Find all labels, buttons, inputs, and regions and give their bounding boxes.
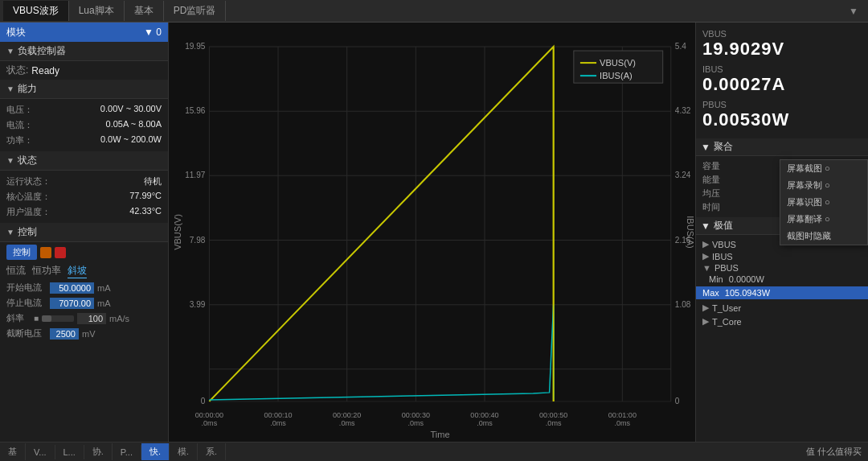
ctx-hide-when-capture[interactable]: 截图时隐藏 [780, 228, 867, 245]
tab-dropdown-arrow[interactable]: ▼ [842, 6, 865, 17]
bottom-tab-base[interactable]: 基 [0, 443, 26, 460]
svg-text:.0ms: .0ms [270, 419, 286, 427]
pbus-extrema-row[interactable]: ▼ PBUS [702, 262, 862, 274]
svg-rect-0 [169, 23, 695, 442]
stop-current-input[interactable] [50, 298, 94, 309]
mode-constant-power[interactable]: 恒功率 [32, 264, 61, 278]
bottom-tab-fast[interactable]: 快. [141, 443, 170, 460]
bottom-tab-p2[interactable]: P... [113, 445, 141, 459]
svg-text:.0ms: .0ms [546, 419, 562, 427]
vbus-extrema-label: VBUS [712, 240, 736, 249]
cutoff-voltage-label: 截断电压 [6, 327, 47, 340]
slope-rate-slider[interactable] [42, 315, 74, 322]
tab-pd-monitor[interactable]: PD监听器 [164, 1, 227, 21]
bottom-tab-v[interactable]: V... [26, 445, 55, 459]
cutoff-voltage-input[interactable] [50, 328, 79, 340]
svg-text:0: 0 [201, 397, 206, 405]
module-title: 模块 [6, 26, 26, 39]
core-temp-label: 核心温度： [6, 191, 51, 203]
user-temp-row: 用户温度： 42.33°C [6, 204, 162, 220]
avg-label: 均压 [702, 187, 720, 200]
svg-text:IBUS(A): IBUS(A) [686, 216, 695, 248]
ibus-extrema-row[interactable]: ▶ IBUS [702, 250, 862, 262]
bottom-tab-bar: 基 V... L... 协. P... 快. 模. 系. 值 什么值得买 [0, 442, 868, 461]
svg-text:3.99: 3.99 [190, 300, 206, 309]
current-row: 电流： 0.05A ~ 8.00A [6, 117, 162, 133]
pbus-label: PBUS [702, 100, 862, 109]
run-state-label: 运行状态： [6, 175, 51, 187]
capacity-label: 容量 [702, 160, 720, 172]
tab-vbus-wave[interactable]: VBUS波形 [3, 1, 69, 21]
extrema-label: 极值 [714, 219, 733, 233]
capability-label: 能力 [18, 82, 37, 96]
pbus-max-label: Max [702, 288, 719, 298]
top-tab-bar: VBUS波形 Lua脚本 基本 PD监听器 ▼ [0, 0, 868, 23]
red-button[interactable] [55, 247, 66, 258]
bottom-tab-p[interactable]: 协. [84, 443, 113, 460]
svg-text:VBUS(V): VBUS(V) [173, 214, 182, 250]
svg-text:1.08: 1.08 [675, 300, 691, 309]
svg-text:00:00:50: 00:00:50 [539, 411, 567, 419]
svg-text:00:00:10: 00:00:10 [264, 411, 292, 419]
vbus-extrema-arrow: ▶ [702, 239, 709, 249]
svg-text:.0ms: .0ms [477, 419, 493, 427]
mode-row: 恒流 恒功率 斜坡 [0, 262, 168, 280]
module-arrow[interactable]: ▼ 0 [144, 27, 162, 38]
chart-svg[interactable]: 19.95 15.96 11.97 7.98 3.99 0 5.4 4.32 3… [169, 23, 695, 442]
vbus-label: VBUS [702, 29, 862, 39]
pbus-max-value: 105.0943W [725, 288, 770, 298]
run-state-row: 运行状态： 待机 [6, 174, 162, 189]
slope-rate-row: 斜率 ■ mA/s [0, 311, 168, 326]
mode-slope[interactable]: 斜坡 [68, 264, 87, 278]
tab-basic[interactable]: 基本 [125, 1, 164, 21]
bottom-tab-l[interactable]: L... [55, 445, 84, 459]
core-temp-row: 核心温度： 77.99°C [6, 189, 162, 204]
cutoff-voltage-unit: mV [82, 329, 96, 339]
t-core-row[interactable]: ▶ T_Core [702, 315, 862, 328]
start-current-row: 开始电流 mA [0, 280, 168, 295]
svg-text:.0ms: .0ms [614, 419, 630, 427]
orange-button[interactable] [40, 247, 51, 258]
ibus-metric: IBUS 0.00027A [702, 64, 862, 95]
ctx-screenshot[interactable]: 屏幕截图 ○ [780, 160, 867, 177]
pbus-max-row: Max 105.0943W [696, 286, 868, 299]
power-label: 功率： [6, 134, 33, 146]
svg-text:VBUS(V): VBUS(V) [600, 58, 636, 68]
t-user-row[interactable]: ▶ T_User [702, 301, 862, 315]
main-layout: 模块 ▼ 0 ▼ 负载控制器 状态: Ready ▼ 能力 电压： 0.00V … [0, 23, 868, 442]
bottom-tab-module[interactable]: 模. [170, 443, 198, 460]
control-arrow: ▼ [6, 228, 14, 237]
ctx-recognize[interactable]: 屏幕识图 ○ [780, 194, 867, 211]
state-body: 运行状态： 待机 核心温度： 77.99°C 用户温度： 42.33°C [0, 171, 168, 223]
context-menu: 屏幕截图 ○ 屏幕录制 ○ 屏幕识图 ○ 屏幕翻译 ○ 截图时隐藏 [780, 159, 868, 245]
mode-constant-current[interactable]: 恒流 [6, 264, 26, 278]
svg-text:.0ms: .0ms [339, 419, 355, 427]
voltage-row: 电压： 0.00V ~ 30.00V [6, 102, 162, 117]
status-label: 状态: [6, 64, 28, 77]
aggregate-label: 聚合 [714, 140, 733, 154]
state-label: 状态 [18, 154, 37, 167]
ctx-record[interactable]: 屏幕录制 ○ [780, 177, 867, 194]
control-button[interactable]: 控制 [6, 245, 37, 260]
cutoff-voltage-row: 截断电压 mV [0, 326, 168, 341]
ctx-translate[interactable]: 屏幕翻译 ○ [780, 211, 867, 228]
voltage-value: 0.00V ~ 30.00V [100, 104, 162, 116]
svg-text:Time: Time [430, 430, 449, 439]
user-temp-value: 42.33°C [129, 206, 162, 218]
load-controller-arrow: ▼ [6, 47, 14, 56]
slope-rate-icon: ■ [34, 314, 39, 323]
svg-text:IBUS(A): IBUS(A) [600, 71, 633, 80]
slope-rate-input[interactable] [77, 313, 106, 324]
svg-text:00:01:00: 00:01:00 [608, 411, 637, 419]
tab-lua[interactable]: Lua脚本 [69, 1, 125, 21]
t-core-arrow: ▶ [702, 316, 709, 327]
chart-area: 19.95 15.96 11.97 7.98 3.99 0 5.4 4.32 3… [169, 23, 695, 442]
stop-current-row: 停止电流 mA [0, 295, 168, 311]
start-current-input[interactable] [50, 282, 94, 294]
svg-text:11.97: 11.97 [185, 171, 206, 179]
bottom-tab-sys[interactable]: 系. [198, 443, 226, 460]
vbus-value: 19.9029V [702, 39, 862, 60]
start-current-label: 开始电流 [6, 282, 47, 294]
voltage-label: 电压： [6, 104, 33, 116]
t-user-arrow: ▶ [702, 303, 709, 313]
